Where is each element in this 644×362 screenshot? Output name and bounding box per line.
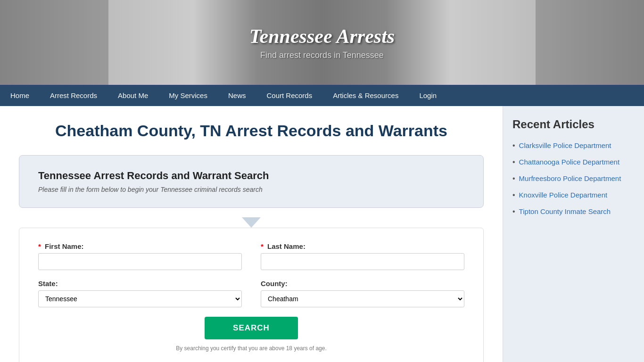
last-name-group: * Last Name: <box>261 242 464 270</box>
bullet-icon: • <box>512 158 515 166</box>
last-name-label: * Last Name: <box>261 242 464 250</box>
bullet-icon: • <box>512 174 515 183</box>
list-item: • Tipton County Inmate Search <box>512 206 635 216</box>
first-name-input[interactable] <box>38 253 242 270</box>
first-name-group: * First Name: <box>38 242 242 270</box>
nav-item-news[interactable]: News <box>218 85 256 106</box>
main-nav: Home Arrest Records About Me My Services… <box>0 85 644 106</box>
article-link-1[interactable]: Clarksville Police Department <box>519 140 611 150</box>
recent-articles-list: • Clarksville Police Department • Chatta… <box>512 140 635 216</box>
first-name-label: * First Name: <box>38 242 242 250</box>
search-form: * First Name: * Last Name: State: <box>19 228 484 362</box>
nav-item-my-services[interactable]: My Services <box>158 85 218 106</box>
nav-item-articles-resources[interactable]: Articles & Resources <box>322 85 409 106</box>
location-row: State: Tennessee County: Cheatham <box>38 280 464 307</box>
last-name-input[interactable] <box>261 253 464 270</box>
bullet-icon: • <box>512 141 515 150</box>
list-item: • Murfreesboro Police Department <box>512 173 635 183</box>
list-item: • Clarksville Police Department <box>512 140 635 150</box>
nav-item-court-records[interactable]: Court Records <box>256 85 322 106</box>
site-header: Tennessee Arrests Find arrest records in… <box>0 0 644 85</box>
name-row: * First Name: * Last Name: <box>38 242 464 270</box>
site-subtitle: Find arrest records in Tennessee <box>249 50 395 60</box>
search-box-subtitle: Please fill in the form below to begin y… <box>38 186 464 193</box>
article-link-4[interactable]: Knoxville Police Department <box>519 190 608 200</box>
state-label: State: <box>38 280 242 288</box>
main-content: Cheatham County, TN Arrest Records and W… <box>0 106 503 362</box>
county-group: County: Cheatham <box>261 280 464 307</box>
nav-item-about-me[interactable]: About Me <box>107 85 158 106</box>
search-box-banner: Tennessee Arrest Records and Warrant Sea… <box>19 155 484 208</box>
search-box-title: Tennessee Arrest Records and Warrant Sea… <box>38 170 464 182</box>
nav-item-arrest-records[interactable]: Arrest Records <box>40 85 107 106</box>
nav-item-home[interactable]: Home <box>0 85 40 106</box>
bullet-icon: • <box>512 207 515 216</box>
county-select[interactable]: Cheatham <box>261 290 464 307</box>
list-item: • Chattanooga Police Department <box>512 157 635 167</box>
page-title: Cheatham County, TN Arrest Records and W… <box>19 120 484 141</box>
last-name-required: * <box>261 242 264 250</box>
search-button[interactable]: SEARCH <box>205 317 298 339</box>
form-disclaimer: By searching you certify that you are ab… <box>38 345 464 352</box>
state-select[interactable]: Tennessee <box>38 290 242 307</box>
main-layout: Cheatham County, TN Arrest Records and W… <box>0 106 644 362</box>
county-label: County: <box>261 280 464 288</box>
nav-item-login[interactable]: Login <box>409 85 447 106</box>
state-group: State: Tennessee <box>38 280 242 307</box>
arrow-down-icon <box>242 217 261 228</box>
first-name-required: * <box>38 242 41 250</box>
bullet-icon: • <box>512 191 515 199</box>
header-content: Tennessee Arrests Find arrest records in… <box>249 25 395 60</box>
sidebar: Recent Articles • Clarksville Police Dep… <box>503 106 644 362</box>
article-link-3[interactable]: Murfreesboro Police Department <box>519 173 621 183</box>
sidebar-title: Recent Articles <box>512 118 635 131</box>
article-link-5[interactable]: Tipton County Inmate Search <box>519 206 611 216</box>
header-left-decoration <box>0 0 108 85</box>
header-right-decoration <box>536 0 644 85</box>
list-item: • Knoxville Police Department <box>512 190 635 200</box>
article-link-2[interactable]: Chattanooga Police Department <box>519 157 619 167</box>
site-title: Tennessee Arrests <box>249 25 395 48</box>
